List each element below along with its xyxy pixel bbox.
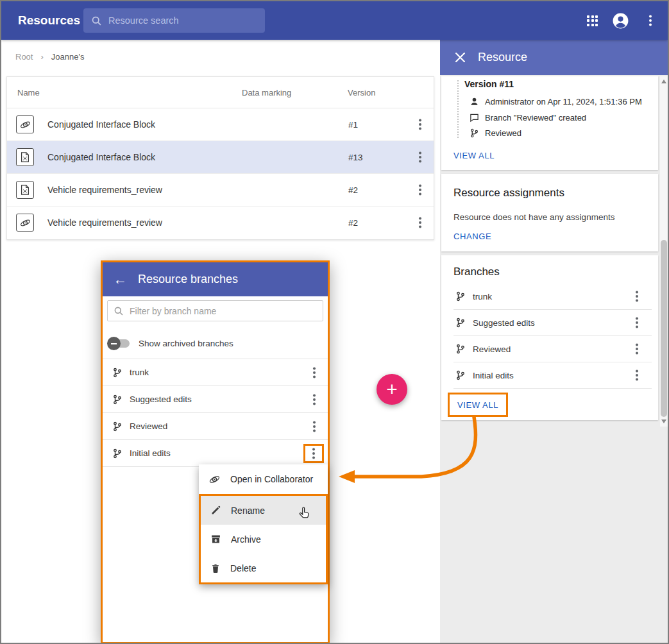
apps-grid-icon[interactable] (587, 15, 598, 26)
branch-filter-box[interactable] (107, 300, 323, 321)
menu-item-open-in-collaborator[interactable]: Open in Collaborator (199, 464, 328, 494)
table-row[interactable]: Conjugated Interface Block #13 (7, 141, 434, 174)
branch-name: trunk (473, 292, 492, 301)
assignments-title: Resource assignments (453, 187, 564, 199)
search-icon (91, 15, 102, 26)
menu-item-delete[interactable]: Delete (201, 554, 326, 582)
branch-icon (112, 368, 123, 378)
branch-name: Initial edits (473, 371, 514, 380)
branch-menu-icon[interactable] (630, 315, 644, 330)
branch-row[interactable]: Reviewed (453, 336, 652, 362)
resource-panel-header: Resource (440, 40, 668, 75)
app-window: Resources Root › Joanne's Name Data mark… (0, 0, 669, 644)
branch-name: Initial edits (130, 448, 171, 458)
row-menu-icon[interactable] (413, 117, 427, 132)
table-row[interactable]: Conjugated Interface Block #1 (7, 108, 434, 141)
history-entry: Branch "Reviewed" created (470, 112, 586, 123)
search-icon (114, 306, 124, 316)
resource-version: #2 (348, 218, 358, 228)
top-app-bar: Resources (1, 1, 668, 40)
branch-context-menu: Open in Collaborator Rename Archive Dele… (199, 464, 328, 584)
toggle-label: Show archived branches (139, 339, 233, 348)
resource-document-icon (16, 181, 34, 199)
table-row[interactable]: Vehicle requirements_review #2 (7, 174, 434, 207)
table-header: Name Data marking Version (7, 77, 434, 108)
resource-search-box[interactable] (83, 8, 265, 33)
branch-menu-highlight (303, 444, 324, 463)
dialog-branches-list: trunk Suggested edits Reviewed Initial e… (103, 359, 328, 467)
table-row[interactable]: Vehicle requirements_review #2 (7, 207, 434, 239)
menu-item-label: Archive (231, 534, 261, 545)
history-text: Branch "Reviewed" created (485, 113, 586, 123)
branch-row[interactable]: Suggested edits (453, 310, 652, 336)
view-all-versions-link[interactable]: VIEW ALL (453, 151, 495, 160)
branch-name: Suggested edits (130, 394, 192, 404)
branch-row[interactable]: Suggested edits (103, 386, 328, 413)
menu-highlight-box: Rename Archive Delete (199, 494, 328, 584)
search-input[interactable] (108, 15, 253, 26)
panel-scrollbar[interactable] (660, 76, 668, 427)
change-assignments-link[interactable]: CHANGE (453, 232, 491, 241)
version-timeline (457, 80, 459, 138)
resource-name: Vehicle requirements_review (47, 217, 162, 228)
menu-item-rename[interactable]: Rename (201, 496, 326, 525)
toggle-track[interactable] (108, 339, 130, 348)
app-title: Resources (18, 13, 80, 28)
history-text: Reviewed (485, 128, 521, 138)
branch-menu-icon[interactable] (630, 368, 644, 383)
row-menu-icon[interactable] (413, 149, 427, 165)
breadcrumb-root[interactable]: Root (15, 52, 33, 62)
toggle-off-icon (107, 337, 121, 350)
close-icon[interactable] (455, 53, 465, 62)
branch-row[interactable]: trunk (103, 359, 328, 386)
collaborator-orbit-icon (208, 473, 221, 486)
add-resource-fab[interactable]: + (377, 374, 407, 405)
menu-item-archive[interactable]: Archive (201, 525, 326, 554)
back-icon[interactable]: ← (114, 273, 127, 286)
scroll-up-icon[interactable] (661, 80, 666, 83)
view-all-branches-highlight: VIEW ALL (448, 393, 508, 417)
branches-title: Branches (453, 266, 500, 278)
branch-row[interactable]: trunk (453, 284, 652, 310)
scroll-down-icon[interactable] (661, 419, 666, 423)
account-icon[interactable] (612, 12, 629, 30)
branch-icon (112, 394, 123, 405)
branch-filter-input[interactable] (130, 306, 300, 316)
branch-menu-icon[interactable] (307, 446, 321, 461)
resource-assignments-card: Resource assignments Resource does not h… (441, 174, 658, 251)
history-entry: Administrator on Apr 11, 2024, 1:51:36 P… (470, 96, 642, 107)
breadcrumb-current[interactable]: Joanne's (51, 52, 85, 62)
branch-icon (112, 448, 123, 459)
view-all-branches-link[interactable]: VIEW ALL (457, 400, 498, 410)
branch-icon (455, 291, 466, 301)
branch-row[interactable]: Initial edits (103, 440, 328, 467)
topbar-more-menu-icon[interactable] (643, 13, 657, 28)
branch-icon (455, 318, 466, 328)
row-menu-icon[interactable] (413, 182, 427, 198)
branches-list: trunk Suggested edits Reviewed Initial e… (453, 284, 652, 389)
resource-version: #13 (348, 153, 363, 162)
resource-name: Conjugated Interface Block (47, 119, 155, 130)
version-label: Version #11 (464, 79, 514, 89)
row-menu-icon[interactable] (413, 215, 427, 230)
branch-menu-icon[interactable] (630, 289, 644, 304)
assignments-empty-text: Resource does not have any assignments (453, 212, 614, 222)
branch-menu-icon[interactable] (307, 419, 321, 434)
branch-menu-icon[interactable] (307, 392, 321, 407)
resource-branches-dialog: ← Resource branches Show archived branch… (101, 260, 330, 644)
breadcrumb: Root › Joanne's (15, 52, 84, 62)
column-header-data-marking: Data marking (242, 88, 291, 97)
branch-row[interactable]: Reviewed (103, 413, 328, 440)
branch-menu-icon[interactable] (307, 365, 321, 380)
archive-icon (210, 534, 221, 545)
branch-name: Suggested edits (473, 318, 535, 328)
scrollbar-thumb[interactable] (661, 240, 667, 417)
branch-menu-icon[interactable] (630, 341, 644, 357)
trash-icon (210, 563, 221, 573)
branch-row[interactable]: Initial edits (453, 362, 652, 389)
resource-version: #1 (348, 120, 358, 130)
resources-table: Name Data marking Version Conjugated Int… (6, 76, 434, 240)
topbar-actions (587, 12, 657, 30)
panel-title: Resource (478, 51, 527, 64)
show-archived-toggle[interactable]: Show archived branches (108, 337, 233, 350)
